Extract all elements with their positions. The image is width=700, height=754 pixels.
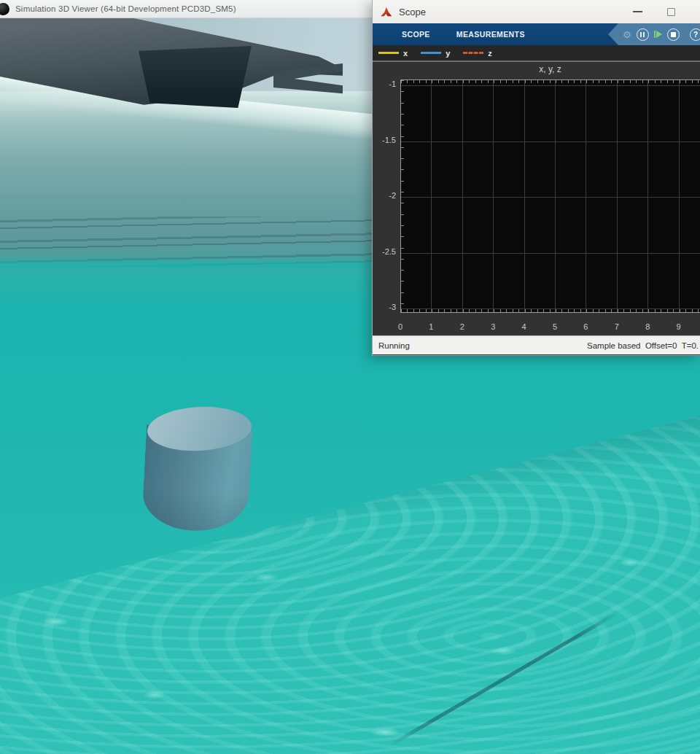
legend-line-swatch [421, 52, 441, 54]
sample-info: Sample based Offset=0 T=0. [587, 341, 699, 350]
ribbon-tabs: SCOPEMEASUREMENTS [373, 30, 525, 39]
legend-label: z [488, 49, 492, 58]
y-axis-tick-label: -1.5 [373, 136, 396, 144]
x-axis-tick-label: 1 [429, 322, 433, 331]
horizontal-gridline [401, 308, 700, 309]
legend-line-swatch [378, 52, 399, 54]
ribbon-tab[interactable]: MEASUREMENTS [456, 30, 525, 39]
horizontal-gridline [401, 197, 700, 198]
plot-axes[interactable] [400, 79, 700, 313]
screen: Simulation 3D Viewer (64-bit Development… [0, 0, 700, 754]
scope-titlebar[interactable]: Scope [373, 0, 700, 23]
horizontal-gridline [401, 141, 700, 142]
pause-icon[interactable] [637, 28, 649, 41]
minimize-icon [633, 11, 642, 12]
legend-item[interactable]: x [378, 49, 408, 58]
x-axis-tick-label: 7 [615, 322, 619, 331]
y-axis-tick-label: -3 [373, 303, 396, 311]
x-axis-tick-label: 6 [583, 322, 588, 331]
legend-label: y [446, 49, 450, 58]
x-axis-tick-label: 3 [491, 322, 495, 331]
ribbon-tab[interactable]: SCOPE [402, 30, 430, 39]
plot-title: x, y, z [400, 64, 700, 74]
scope-plot: x, y, z -1-1.5-2-2.5-3 0123456789 [373, 62, 700, 335]
underwater-cylinder [141, 404, 255, 537]
horizontal-gridline [401, 253, 700, 254]
y-axis-tick-label: -2 [373, 191, 396, 200]
scope-window: Scope SCOPEMEASUREMENTS ⚙ ? [372, 0, 700, 356]
plot-legend: x y z [373, 45, 700, 62]
matlab-icon [380, 7, 392, 17]
x-axis-tick-label: 9 [677, 322, 681, 331]
legend-line-swatch [463, 52, 483, 54]
x-axis-tick-label: 4 [522, 322, 526, 331]
x-axis-tick-label: 2 [460, 322, 464, 331]
maximize-icon [667, 8, 675, 16]
unreal-engine-icon [0, 3, 9, 15]
vessel-sail [139, 46, 252, 108]
style-settings-icon[interactable]: ⚙ [623, 29, 631, 40]
y-axis-tick-label: -1 [373, 79, 396, 88]
scope-ribbon: SCOPEMEASUREMENTS ⚙ ? [373, 23, 700, 45]
step-forward-icon[interactable] [654, 31, 662, 38]
x-axis-tick-label: 0 [398, 322, 402, 331]
quick-access-toolbar: ⚙ ? [608, 23, 700, 45]
y-axis-tick-label: -2.5 [373, 247, 396, 256]
y-minor-ticks [401, 80, 404, 312]
legend-item[interactable]: z [463, 49, 492, 58]
viewer-window-title: Simulation 3D Viewer (64-bit Development… [15, 4, 236, 13]
scope-statusbar: Running Sample based Offset=0 T=0. [373, 335, 700, 354]
help-icon[interactable]: ? [690, 28, 700, 41]
simulation-status: Running [373, 341, 410, 350]
x-axis-tick-label: 8 [645, 322, 650, 331]
legend-item[interactable]: y [421, 49, 450, 58]
x-axis-tick-label: 5 [553, 322, 557, 331]
maximize-button[interactable] [658, 0, 683, 23]
stop-icon[interactable] [667, 28, 680, 41]
minimize-button[interactable] [625, 0, 650, 23]
legend-label: x [403, 49, 408, 58]
scope-window-title: Scope [399, 7, 426, 18]
horizontal-gridline [401, 85, 700, 86]
